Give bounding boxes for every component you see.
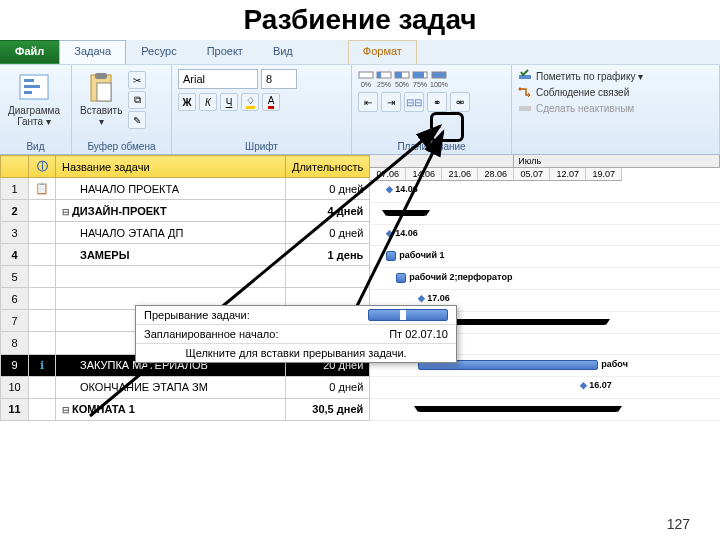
timeline-day: 14.06 [406, 168, 442, 181]
table-row[interactable]: 1📋НАЧАЛО ПРОЕКТА0 дней [1, 178, 370, 200]
copy-button[interactable]: ⧉ [128, 91, 146, 109]
checkmark-bar-icon [518, 69, 532, 83]
svg-rect-3 [24, 91, 32, 94]
split-task-button[interactable]: ⊟⊟ [404, 92, 424, 112]
progress-50[interactable]: 50% [394, 69, 410, 88]
svg-rect-15 [519, 75, 531, 79]
paste-icon [85, 71, 117, 103]
timeline-day: 21.06 [442, 168, 478, 181]
gantt-row[interactable]: 14.06 [370, 181, 720, 203]
tooltip-start-label: Запланированное начало: [144, 328, 279, 340]
bold-button[interactable]: Ж [178, 93, 196, 111]
gantt-row[interactable] [370, 203, 720, 225]
tooltip-hint: Щелкните для вставки прерывания задачи. [185, 347, 406, 359]
group-font-title: Шрифт [178, 139, 345, 152]
table-row[interactable]: 2⊟ДИЗАЙН-ПРОЕКТ4 дней [1, 200, 370, 222]
font-color-button[interactable]: A [262, 93, 280, 111]
svg-rect-1 [24, 79, 34, 82]
work-area: ⓘ Название задачи Длительность 1📋НАЧАЛО … [0, 155, 720, 421]
unlink-icon: ⚮ [456, 97, 464, 108]
paste-label: Вставить ▾ [80, 105, 122, 127]
inactivate-button[interactable]: Сделать неактивным [518, 101, 643, 115]
paste-button[interactable]: Вставить ▾ [78, 69, 124, 129]
group-view: Диаграмма Ганта ▾ Вид [0, 65, 72, 154]
outdent-button[interactable]: ⇤ [358, 92, 378, 112]
font-size-select[interactable] [261, 69, 297, 89]
tab-file[interactable]: Файл [0, 40, 59, 64]
tab-view[interactable]: Вид [258, 40, 308, 64]
group-view-title: Вид [6, 139, 65, 152]
svg-rect-6 [97, 83, 111, 101]
svg-rect-14 [432, 72, 446, 78]
col-duration[interactable]: Длительность [286, 156, 370, 178]
tab-task[interactable]: Задача [59, 40, 126, 64]
tab-format[interactable]: Формат [348, 40, 417, 64]
table-row[interactable]: 10ОКОНЧАНИЕ ЭТАПА ЗМ0 дней [1, 376, 370, 398]
link-tasks-button[interactable]: ⚭ [427, 92, 447, 112]
gantt-row[interactable]: 16.07 [370, 377, 720, 399]
svg-point-16 [519, 88, 522, 91]
col-indicator[interactable]: ⓘ [29, 156, 56, 178]
table-row[interactable]: 3НАЧАЛО ЭТАПА ДП0 дней [1, 222, 370, 244]
tooltip-bar-preview [368, 309, 448, 321]
col-rownum[interactable] [1, 156, 29, 178]
progress-25[interactable]: 25% [376, 69, 392, 88]
fill-color-button[interactable]: ♢ [241, 93, 259, 111]
svg-rect-5 [95, 73, 107, 79]
outdent-icon: ⇤ [364, 97, 372, 108]
font-name-select[interactable] [178, 69, 258, 89]
group-plan-extra: Пометить по графику ▾ Соблюдение связей … [512, 65, 720, 154]
gantt-timeline[interactable]: Июль 07.0614.0621.0628.0605.0712.0719.07… [370, 155, 720, 421]
tab-project[interactable]: Проект [192, 40, 258, 64]
indent-icon: ⇥ [387, 97, 395, 108]
group-schedule-title: Планирование [358, 139, 505, 152]
progress-100[interactable]: 100% [430, 69, 448, 88]
table-row[interactable]: 4ЗАМЕРЫ1 день [1, 244, 370, 266]
tooltip-start-value: Пт 02.07.10 [389, 328, 448, 340]
table-row[interactable]: 5 [1, 266, 370, 288]
timeline-day: 05.07 [514, 168, 550, 181]
timeline-day: 28.06 [478, 168, 514, 181]
inactive-icon [518, 101, 532, 115]
ribbon: Файл Задача Ресурс Проект Вид Формат Диа… [0, 40, 720, 155]
svg-rect-9 [377, 72, 381, 78]
progress-75[interactable]: 75% [412, 69, 428, 88]
gantt-row[interactable] [370, 399, 720, 421]
timeline-day: 19.07 [586, 168, 622, 181]
group-clipboard: Вставить ▾ ✂ ⧉ ✎ Буфер обмена [72, 65, 172, 154]
gantt-chart-button[interactable]: Диаграмма Ганта ▾ [6, 69, 62, 129]
mark-on-track-button[interactable]: Пометить по графику ▾ [518, 69, 643, 83]
bucket-icon: ♢ [246, 95, 255, 109]
svg-rect-2 [24, 85, 40, 88]
italic-button[interactable]: К [199, 93, 217, 111]
gantt-icon [18, 71, 50, 103]
copy-icon: ⧉ [134, 94, 141, 106]
indent-button[interactable]: ⇥ [381, 92, 401, 112]
svg-rect-11 [395, 72, 402, 78]
underline-button[interactable]: Ч [220, 93, 238, 111]
format-painter-button[interactable]: ✎ [128, 111, 146, 129]
respect-links-button[interactable]: Соблюдение связей [518, 85, 643, 99]
gantt-row[interactable]: рабочий 1 [370, 246, 720, 268]
svg-rect-13 [413, 72, 424, 78]
unlink-tasks-button[interactable]: ⚮ [450, 92, 470, 112]
scissors-icon: ✂ [133, 75, 141, 86]
col-name[interactable]: Название задачи [56, 156, 286, 178]
cut-button[interactable]: ✂ [128, 71, 146, 89]
progress-0[interactable]: 0% [358, 69, 374, 88]
links-arrow-icon [518, 85, 532, 99]
progress-buttons: 0% 25% 50% 75% 100% [358, 69, 470, 88]
split-icon: ⊟⊟ [406, 97, 422, 108]
ribbon-tabs: Файл Задача Ресурс Проект Вид Формат [0, 40, 720, 64]
group-clipboard-title: Буфер обмена [78, 139, 165, 152]
table-row[interactable]: 11⊟КОМНАТА 130,5 дней [1, 398, 370, 420]
tab-resource[interactable]: Ресурс [126, 40, 191, 64]
split-task-tooltip: Прерывание задачи: Запланированное начал… [135, 305, 457, 363]
gantt-row[interactable]: 14.06 [370, 225, 720, 247]
link-icon: ⚭ [433, 97, 441, 108]
gantt-row[interactable]: рабочий 2;перфоратор [370, 268, 720, 290]
gantt-label: Диаграмма Ганта ▾ [8, 105, 60, 127]
group-schedule: 0% 25% 50% 75% 100% ⇤ ⇥ ⊟⊟ ⚭ ⚮ Планир [352, 65, 512, 154]
timeline-day: 12.07 [550, 168, 586, 181]
svg-rect-7 [359, 72, 373, 78]
